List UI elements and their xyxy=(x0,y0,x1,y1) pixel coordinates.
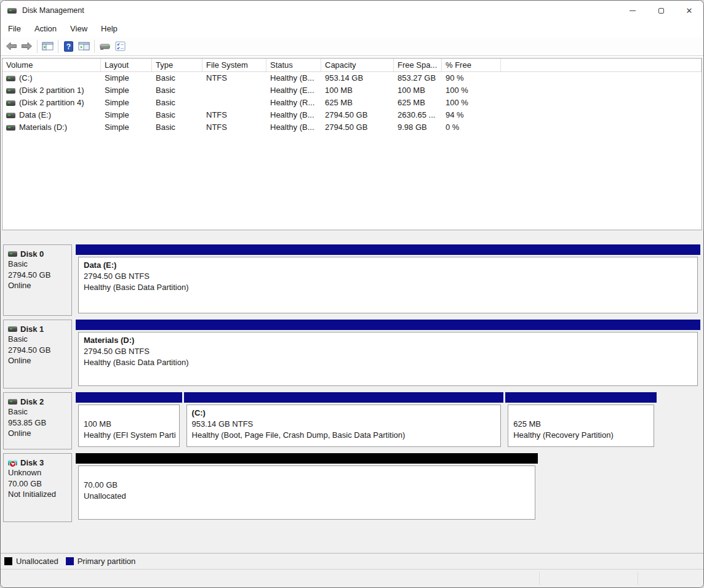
volume-row[interactable]: Data (E:)SimpleBasicNTFSHealthy (B...279… xyxy=(2,109,702,121)
volume-cell-status: Healthy (B... xyxy=(266,121,321,134)
menu-file[interactable]: File xyxy=(1,22,28,36)
volume-cell-fs: NTFS xyxy=(202,72,266,84)
volume-table-header: VolumeLayoutTypeFile SystemStatusCapacit… xyxy=(2,58,702,72)
volume-cell-volume: Data (E:) xyxy=(2,109,101,121)
volume-cell-type: Basic xyxy=(152,97,202,109)
partition-size: 70.00 GB xyxy=(84,480,535,491)
volume-cell-status: Healthy (E... xyxy=(266,84,321,97)
volume-row[interactable]: (Disk 2 partition 1)SimpleBasicHealthy (… xyxy=(2,84,702,97)
volume-list-pane: VolumeLayoutTypeFile SystemStatusCapacit… xyxy=(2,58,702,230)
volume-cell-free: 100 MB xyxy=(394,84,442,97)
forward-arrow-icon[interactable] xyxy=(19,39,34,54)
toolbar-separator xyxy=(58,40,58,53)
volume-cell-volume: (Disk 2 partition 4) xyxy=(2,97,101,109)
disk-label[interactable]: Disk 0Basic2794.50 GBOnline xyxy=(3,244,72,316)
volume-cell-pct: 94 % xyxy=(442,109,501,121)
partition-block[interactable]: Data (E:)2794.50 GB NTFSHealthy (Basic D… xyxy=(76,244,700,316)
column-header-status[interactable]: Status xyxy=(266,58,321,71)
volume-name: (Disk 2 partition 4) xyxy=(19,97,84,109)
toolbar-separator xyxy=(37,40,38,53)
disk-name-label: Disk 1 xyxy=(20,324,44,334)
back-arrow-icon[interactable] xyxy=(4,39,19,54)
properties-checklist-icon[interactable] xyxy=(113,39,128,54)
volume-cell-free: 625 MB xyxy=(394,97,442,109)
show-console-tree-icon[interactable] xyxy=(40,39,55,54)
help-icon[interactable]: ? xyxy=(61,39,76,54)
volume-row[interactable]: Materials (D:)SimpleBasicNTFSHealthy (B.… xyxy=(2,121,702,134)
show-action-pane-icon[interactable] xyxy=(76,39,92,54)
column-header-capacity[interactable]: Capacity xyxy=(321,58,394,71)
volume-cell-free: 853.27 GB xyxy=(394,72,442,84)
disk-status: Online xyxy=(8,428,70,439)
disk-name: Disk 0 xyxy=(8,249,70,259)
disk-name-label: Disk 2 xyxy=(20,397,44,406)
disk-type: Basic xyxy=(8,406,70,417)
minimize-icon xyxy=(630,10,636,11)
volume-cell-layout: Simple xyxy=(101,109,152,121)
partition-block[interactable]: (C:)953.14 GB NTFSHealthy (Boot, Page Fi… xyxy=(184,392,504,449)
menu-help[interactable]: Help xyxy=(94,22,124,36)
volume-row[interactable]: (C:)SimpleBasicNTFSHealthy (B...953.14 G… xyxy=(2,72,702,84)
volume-cell-status: Healthy (B... xyxy=(266,72,321,84)
column-header-volume[interactable]: Volume xyxy=(2,58,101,71)
column-header-type[interactable]: Type xyxy=(152,58,202,71)
disk-name: Disk 3 xyxy=(8,458,70,467)
volume-cell-type: Basic xyxy=(152,109,202,121)
close-button[interactable]: ✕ xyxy=(675,1,703,20)
caption-buttons: ✕ xyxy=(618,1,703,20)
column-header-fs[interactable]: File System xyxy=(202,58,266,71)
volume-cell-capacity: 2794.50 GB xyxy=(321,121,394,134)
disk-label[interactable]: Disk 3Unknown70.00 GBNot Initialized xyxy=(3,453,72,522)
volume-cell-free: 2630.65 ... xyxy=(394,109,442,121)
volume-cell-volume: (C:) xyxy=(2,72,101,84)
volume-table-body: (C:)SimpleBasicNTFSHealthy (B...953.14 G… xyxy=(2,72,702,134)
partition-block[interactable]: 70.00 GBUnallocated xyxy=(76,453,538,522)
column-header-free[interactable]: Free Spa... xyxy=(394,58,442,71)
disk-label[interactable]: Disk 2Basic953.85 GBOnline xyxy=(3,392,72,449)
volume-cell-layout: Simple xyxy=(101,121,152,134)
partition-body: 100 MBHealthy (EFI System Parti xyxy=(78,405,180,447)
column-header-pct[interactable]: % Free xyxy=(442,58,501,71)
partition-block[interactable]: 625 MBHealthy (Recovery Partition) xyxy=(505,392,657,449)
disk-type: Unknown xyxy=(8,467,70,478)
partition-block[interactable]: 100 MBHealthy (EFI System Parti xyxy=(76,392,182,449)
primary-partition-bar xyxy=(505,392,657,403)
disk-label[interactable]: Disk 1Basic2794.50 GBOnline xyxy=(3,320,72,389)
partition-status: Unallocated xyxy=(84,491,535,502)
volume-cell-type: Basic xyxy=(152,121,202,134)
primary-partition-bar xyxy=(76,320,700,330)
partition-area: Materials (D:)2794.50 GB NTFSHealthy (Ba… xyxy=(76,320,700,389)
volume-drive-icon xyxy=(6,100,15,106)
unallocated-bar xyxy=(76,453,538,464)
minimize-button[interactable] xyxy=(618,1,647,20)
disk-name: Disk 1 xyxy=(8,324,70,334)
maximize-icon xyxy=(658,8,664,14)
column-header-layout[interactable]: Layout xyxy=(101,58,152,71)
status-bar xyxy=(1,569,703,587)
volume-cell-layout: Simple xyxy=(101,72,152,84)
svg-text:?: ? xyxy=(66,42,71,50)
disk-icon xyxy=(8,399,17,405)
partition-size: 2794.50 GB NTFS xyxy=(84,346,697,357)
partition-title xyxy=(513,408,654,419)
volume-cell-capacity: 953.14 GB xyxy=(321,72,394,84)
menu-view[interactable]: View xyxy=(63,22,94,36)
volume-cell-status: Healthy (B... xyxy=(266,109,321,121)
maximize-button[interactable] xyxy=(647,1,675,20)
rescan-disks-icon[interactable] xyxy=(97,39,113,54)
partition-area: Data (E:)2794.50 GB NTFSHealthy (Basic D… xyxy=(76,244,700,316)
partition-size: 100 MB xyxy=(84,419,179,430)
disk-row: Disk 0Basic2794.50 GBOnlineData (E:)2794… xyxy=(3,244,703,316)
volume-cell-capacity: 625 MB xyxy=(321,97,394,109)
volume-cell-pct: 90 % xyxy=(442,72,501,84)
menu-action[interactable]: Action xyxy=(28,22,63,36)
app-disk-icon xyxy=(7,6,17,15)
volume-name: (C:) xyxy=(19,72,33,84)
partition-body: 625 MBHealthy (Recovery Partition) xyxy=(508,405,654,447)
partition-block[interactable]: Materials (D:)2794.50 GB NTFSHealthy (Ba… xyxy=(76,320,700,389)
partition-status: Healthy (Basic Data Partition) xyxy=(84,357,697,368)
toolbar: ? xyxy=(1,37,703,56)
volume-cell-pct: 0 % xyxy=(442,121,501,134)
volume-row[interactable]: (Disk 2 partition 4)SimpleBasicHealthy (… xyxy=(2,97,702,109)
disk-type: Basic xyxy=(8,259,70,270)
